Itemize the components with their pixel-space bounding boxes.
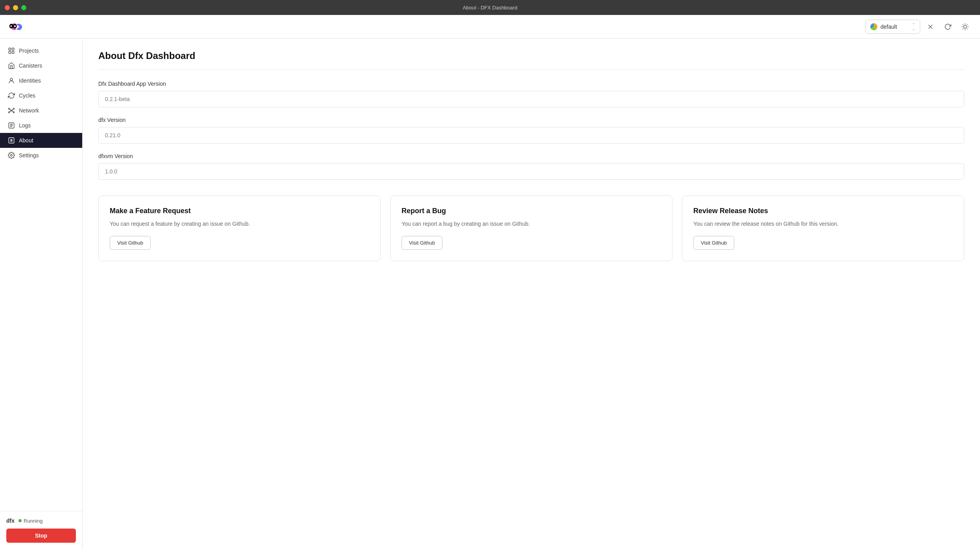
- dfxvm-version-value: 1.0.0: [98, 163, 964, 180]
- report-bug-card: Report a Bug You can report a bug by cre…: [390, 195, 672, 261]
- sidebar: Projects Canisters Identities: [0, 39, 83, 549]
- logs-icon: [8, 122, 15, 129]
- svg-text:∞: ∞: [9, 20, 17, 31]
- sidebar-item-identities[interactable]: Identities: [0, 73, 82, 88]
- window-title: About - DFX Dashboard: [463, 5, 518, 11]
- header-actions: default ⌃⌄: [865, 20, 972, 34]
- section-divider: [98, 69, 964, 70]
- svg-line-6: [963, 24, 963, 25]
- header: ∞ default ⌃⌄: [0, 15, 980, 39]
- svg-rect-15: [12, 52, 14, 53]
- status-indicator: Running: [18, 518, 42, 524]
- sidebar-item-label: Identities: [19, 77, 41, 84]
- dfxvm-version-label: dfxvm Version: [98, 153, 964, 159]
- app-logo: ∞: [8, 18, 25, 35]
- sun-icon: [962, 23, 969, 30]
- release-notes-github-button[interactable]: Visit Github: [693, 236, 734, 250]
- canisters-icon: [8, 62, 15, 69]
- sidebar-item-label: Projects: [19, 48, 39, 54]
- close-icon-btn[interactable]: [923, 20, 938, 34]
- release-notes-desc: You can review the release notes on Gith…: [693, 220, 953, 228]
- sidebar-item-cycles[interactable]: Cycles: [0, 88, 82, 103]
- sidebar-item-canisters[interactable]: Canisters: [0, 58, 82, 73]
- status-dot-icon: [18, 519, 22, 522]
- svg-point-3: [963, 25, 967, 28]
- chevron-icon: ⌃⌄: [912, 22, 915, 31]
- svg-line-11: [967, 24, 967, 25]
- app-version-value: 0.2.1-beta: [98, 91, 964, 107]
- status-label: Running: [24, 518, 42, 524]
- svg-line-22: [10, 109, 11, 110]
- sidebar-item-label: About: [19, 137, 33, 144]
- svg-rect-12: [9, 48, 11, 50]
- feature-request-title: Make a Feature Request: [110, 207, 369, 215]
- app-container: ∞ default ⌃⌄: [0, 15, 980, 549]
- dfxvm-version-section: dfxvm Version 1.0.0: [98, 153, 964, 180]
- page-title: About Dfx Dashboard: [98, 50, 964, 61]
- dfx-label: dfx: [6, 518, 15, 524]
- window-controls[interactable]: [5, 5, 26, 10]
- refresh-icon: [944, 23, 951, 30]
- cards-row: Make a Feature Request You can request a…: [98, 195, 964, 261]
- title-bar: About - DFX Dashboard: [0, 0, 980, 15]
- sidebar-item-label: Canisters: [19, 63, 42, 69]
- svg-rect-14: [9, 52, 11, 53]
- dfx-version-value: 0.21.0: [98, 127, 964, 144]
- main-layout: Projects Canisters Identities: [0, 39, 980, 549]
- sidebar-bottom: dfx Running Stop: [0, 511, 82, 549]
- svg-line-7: [967, 28, 967, 29]
- feature-request-desc: You can request a feature by creating an…: [110, 220, 369, 228]
- app-version-label: Dfx Dashboard App Version: [98, 81, 964, 87]
- dfx-version-label: dfx Version: [98, 117, 964, 123]
- sidebar-item-projects[interactable]: Projects: [0, 43, 82, 58]
- close-icon: [927, 23, 934, 30]
- release-notes-title: Review Release Notes: [693, 207, 953, 215]
- svg-point-34: [11, 155, 13, 157]
- release-notes-card: Review Release Notes You can review the …: [682, 195, 964, 261]
- sidebar-item-about[interactable]: About: [0, 133, 82, 148]
- report-bug-title: Report a Bug: [402, 207, 661, 215]
- report-bug-github-button[interactable]: Visit Github: [402, 236, 442, 250]
- settings-icon: [8, 152, 15, 159]
- content-area: About Dfx Dashboard Dfx Dashboard App Ve…: [83, 39, 980, 549]
- app-version-section: Dfx Dashboard App Version 0.2.1-beta: [98, 81, 964, 107]
- network-dot-icon: [870, 23, 877, 30]
- stop-button[interactable]: Stop: [6, 529, 76, 543]
- close-button[interactable]: [5, 5, 10, 10]
- projects-icon: [8, 47, 15, 54]
- refresh-icon-btn[interactable]: [941, 20, 955, 34]
- sidebar-item-logs[interactable]: Logs: [0, 118, 82, 133]
- svg-line-10: [963, 28, 963, 29]
- identities-icon: [8, 77, 15, 84]
- about-icon: [8, 137, 15, 144]
- sidebar-item-label: Settings: [19, 152, 39, 158]
- network-name: default: [881, 24, 909, 30]
- feature-request-card: Make a Feature Request You can request a…: [98, 195, 381, 261]
- dfx-status: dfx Running: [6, 518, 76, 524]
- feature-request-github-button[interactable]: Visit Github: [110, 236, 151, 250]
- network-selector[interactable]: default ⌃⌄: [865, 20, 920, 34]
- report-bug-desc: You can report a bug by creating an issu…: [402, 220, 661, 228]
- logo-icon: ∞: [8, 18, 25, 35]
- theme-icon-btn[interactable]: [958, 20, 972, 34]
- sidebar-item-label: Cycles: [19, 92, 35, 99]
- svg-line-23: [12, 109, 13, 110]
- minimize-button[interactable]: [13, 5, 18, 10]
- svg-rect-13: [12, 48, 14, 50]
- sidebar-item-label: Logs: [19, 122, 31, 129]
- sidebar-item-network[interactable]: Network: [0, 103, 82, 118]
- cycles-icon: [8, 92, 15, 99]
- sidebar-item-label: Network: [19, 107, 39, 114]
- sidebar-nav: Projects Canisters Identities: [0, 39, 82, 511]
- network-icon: [8, 107, 15, 114]
- svg-line-25: [12, 111, 13, 112]
- maximize-button[interactable]: [21, 5, 26, 10]
- svg-line-24: [10, 111, 11, 112]
- sidebar-item-settings[interactable]: Settings: [0, 148, 82, 163]
- svg-point-16: [10, 78, 13, 81]
- dfx-version-section: dfx Version 0.21.0: [98, 117, 964, 144]
